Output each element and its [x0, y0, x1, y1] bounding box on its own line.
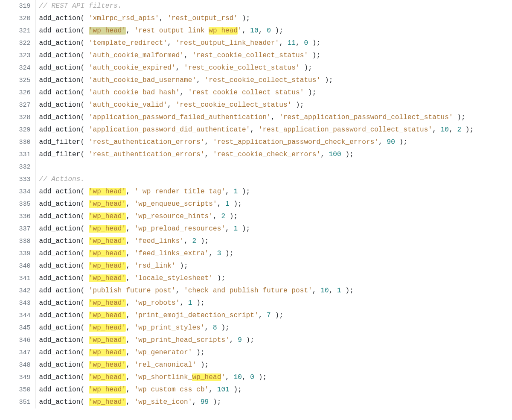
line-content[interactable] — [35, 161, 512, 173]
code-line[interactable]: 350add_action( 'wp_head', 'wp_custom_css… — [0, 384, 512, 396]
line-content[interactable]: // REST API filters. — [35, 0, 512, 12]
line-content[interactable]: // Actions. — [35, 173, 512, 186]
line-number[interactable]: 341 — [0, 272, 35, 285]
line-number[interactable]: 348 — [0, 359, 35, 371]
line-content[interactable]: add_action( 'auth_cookie_expired', 'rest… — [35, 62, 512, 74]
code-line[interactable]: 325add_action( 'auth_cookie_bad_username… — [0, 74, 512, 87]
line-number[interactable]: 335 — [0, 198, 35, 210]
line-content[interactable]: add_action( 'template_redirect', 'rest_o… — [35, 37, 512, 50]
code-line[interactable]: 340add_action( 'wp_head', 'rsd_link' ); — [0, 260, 512, 272]
code-line[interactable]: 332 — [0, 161, 512, 173]
line-number[interactable]: 343 — [0, 297, 35, 309]
code-line[interactable]: 327add_action( 'auth_cookie_valid', 'res… — [0, 99, 512, 111]
code-line[interactable]: 322add_action( 'template_redirect', 'res… — [0, 37, 512, 50]
code-line[interactable]: 331add_filter( 'rest_authentication_erro… — [0, 149, 512, 161]
line-number[interactable]: 351 — [0, 396, 35, 408]
line-content[interactable]: add_action( 'publish_future_post', 'chec… — [35, 285, 512, 297]
code-line[interactable]: 320add_action( 'xmlrpc_rsd_apis', 'rest_… — [0, 12, 512, 25]
line-content[interactable]: add_action( 'auth_cookie_bad_username', … — [35, 74, 512, 87]
code-line[interactable]: 321add_action( 'wp_head', 'rest_output_l… — [0, 25, 512, 37]
line-content[interactable]: add_action( 'wp_head', 'wp_print_head_sc… — [35, 334, 512, 347]
line-content[interactable]: add_action( 'wp_head', 'feed_links', 2 )… — [35, 235, 512, 248]
line-number[interactable]: 350 — [0, 384, 35, 396]
line-number[interactable]: 344 — [0, 309, 35, 322]
line-number[interactable]: 334 — [0, 186, 35, 198]
line-number[interactable]: 328 — [0, 111, 35, 124]
line-number[interactable]: 322 — [0, 37, 35, 50]
line-content[interactable]: add_filter( 'rest_authentication_errors'… — [35, 136, 512, 149]
line-content[interactable]: add_action( 'wp_head', 'wp_generator' ); — [35, 347, 512, 359]
line-number[interactable]: 326 — [0, 87, 35, 99]
code-line[interactable]: 324add_action( 'auth_cookie_expired', 'r… — [0, 62, 512, 74]
line-content[interactable]: add_action( 'wp_head', 'wp_preload_resou… — [35, 223, 512, 235]
line-content[interactable]: add_action( 'wp_head', 'print_emoji_dete… — [35, 309, 512, 322]
line-content[interactable]: add_action( 'wp_head', 'locale_styleshee… — [35, 272, 512, 285]
line-content[interactable]: add_action( 'application_password_failed… — [35, 111, 512, 124]
line-content[interactable]: add_action( 'application_password_did_au… — [35, 124, 512, 136]
code-line[interactable]: 349add_action( 'wp_head', 'wp_shortlink_… — [0, 371, 512, 384]
line-number[interactable]: 333 — [0, 173, 35, 186]
code-line[interactable]: 348add_action( 'wp_head', 'rel_canonical… — [0, 359, 512, 371]
line-number[interactable]: 347 — [0, 347, 35, 359]
line-number[interactable]: 320 — [0, 12, 35, 25]
code-line[interactable]: 328add_action( 'application_password_fai… — [0, 111, 512, 124]
line-content[interactable]: add_action( 'auth_cookie_malformed', 're… — [35, 50, 512, 62]
line-content[interactable]: add_action( 'wp_head', 'wp_resource_hint… — [35, 210, 512, 223]
line-number[interactable]: 332 — [0, 161, 35, 173]
line-content[interactable]: add_action( 'auth_cookie_valid', 'rest_c… — [35, 99, 512, 111]
code-line[interactable]: 323add_action( 'auth_cookie_malformed', … — [0, 50, 512, 62]
line-number[interactable]: 325 — [0, 74, 35, 87]
code-line[interactable]: 329add_action( 'application_password_did… — [0, 124, 512, 136]
line-content[interactable]: add_action( 'wp_head', 'wp_enqueue_scrip… — [35, 198, 512, 210]
code-line[interactable]: 344add_action( 'wp_head', 'print_emoji_d… — [0, 309, 512, 322]
line-number[interactable]: 337 — [0, 223, 35, 235]
code-line[interactable]: 319// REST API filters. — [0, 0, 512, 12]
line-number[interactable]: 324 — [0, 62, 35, 74]
line-content[interactable]: add_filter( 'rest_authentication_errors'… — [35, 149, 512, 161]
line-content[interactable]: add_action( 'wp_head', 'wp_custom_css_cb… — [35, 384, 512, 396]
code-line[interactable]: 335add_action( 'wp_head', 'wp_enqueue_sc… — [0, 198, 512, 210]
line-number[interactable]: 336 — [0, 210, 35, 223]
code-line[interactable]: 346add_action( 'wp_head', 'wp_print_head… — [0, 334, 512, 347]
line-number[interactable]: 329 — [0, 124, 35, 136]
line-number[interactable]: 321 — [0, 25, 35, 37]
line-number[interactable]: 331 — [0, 149, 35, 161]
line-number[interactable]: 349 — [0, 371, 35, 384]
line-number[interactable]: 339 — [0, 248, 35, 260]
line-content[interactable]: add_action( 'wp_head', 'wp_site_icon', 9… — [35, 396, 512, 408]
code-line[interactable]: 337add_action( 'wp_head', 'wp_preload_re… — [0, 223, 512, 235]
code-line[interactable]: 343add_action( 'wp_head', 'wp_robots', 1… — [0, 297, 512, 309]
line-number[interactable]: 345 — [0, 322, 35, 334]
line-content[interactable]: add_action( 'auth_cookie_bad_hash', 'res… — [35, 87, 512, 99]
line-number[interactable]: 323 — [0, 50, 35, 62]
code-line[interactable]: 333// Actions. — [0, 173, 512, 186]
code-viewer[interactable]: 319// REST API filters.320add_action( 'x… — [0, 0, 512, 408]
line-number[interactable]: 346 — [0, 334, 35, 347]
line-number[interactable]: 340 — [0, 260, 35, 272]
line-number[interactable]: 319 — [0, 0, 35, 12]
code-line[interactable]: 330add_filter( 'rest_authentication_erro… — [0, 136, 512, 149]
line-content[interactable]: add_action( 'wp_head', 'rsd_link' ); — [35, 260, 512, 272]
line-number[interactable]: 338 — [0, 235, 35, 248]
code-line[interactable]: 351add_action( 'wp_head', 'wp_site_icon'… — [0, 396, 512, 408]
line-number[interactable]: 327 — [0, 99, 35, 111]
line-number[interactable]: 330 — [0, 136, 35, 149]
code-line[interactable]: 336add_action( 'wp_head', 'wp_resource_h… — [0, 210, 512, 223]
line-content[interactable]: add_action( 'wp_head', 'wp_shortlink_wp_… — [35, 371, 512, 384]
line-content[interactable]: add_action( 'wp_head', 'feed_links_extra… — [35, 248, 512, 260]
line-content[interactable]: add_action( 'wp_head', 'rest_output_link… — [35, 25, 512, 37]
code-line[interactable]: 334add_action( 'wp_head', '_wp_render_ti… — [0, 186, 512, 198]
code-line[interactable]: 338add_action( 'wp_head', 'feed_links', … — [0, 235, 512, 248]
code-line[interactable]: 326add_action( 'auth_cookie_bad_hash', '… — [0, 87, 512, 99]
line-content[interactable]: add_action( 'wp_head', 'wp_robots', 1 ); — [35, 297, 512, 309]
code-line[interactable]: 345add_action( 'wp_head', 'wp_print_styl… — [0, 322, 512, 334]
code-line[interactable]: 342add_action( 'publish_future_post', 'c… — [0, 285, 512, 297]
code-line[interactable]: 347add_action( 'wp_head', 'wp_generator'… — [0, 347, 512, 359]
line-content[interactable]: add_action( 'wp_head', '_wp_render_title… — [35, 186, 512, 198]
code-line[interactable]: 339add_action( 'wp_head', 'feed_links_ex… — [0, 248, 512, 260]
line-content[interactable]: add_action( 'xmlrpc_rsd_apis', 'rest_out… — [35, 12, 512, 25]
code-line[interactable]: 341add_action( 'wp_head', 'locale_styles… — [0, 272, 512, 285]
line-content[interactable]: add_action( 'wp_head', 'wp_print_styles'… — [35, 322, 512, 334]
line-number[interactable]: 342 — [0, 285, 35, 297]
line-content[interactable]: add_action( 'wp_head', 'rel_canonical' )… — [35, 359, 512, 371]
